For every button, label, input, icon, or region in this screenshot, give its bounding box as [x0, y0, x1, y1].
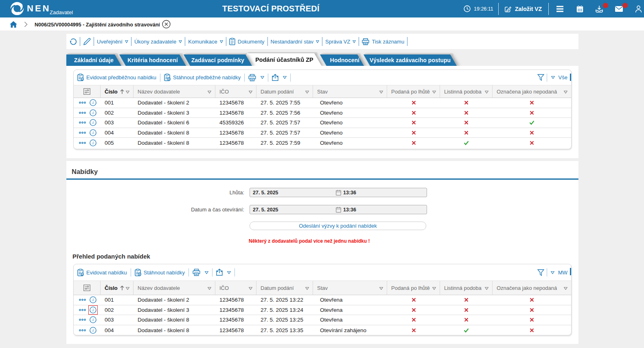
svg-text:i: i — [92, 307, 94, 312]
svg-text:i: i — [92, 298, 94, 302]
svg-text:i: i — [92, 141, 94, 146]
svg-text:i: i — [92, 328, 94, 333]
svg-text:i: i — [92, 130, 94, 135]
svg-text:i: i — [92, 100, 94, 105]
svg-text:i: i — [92, 318, 94, 322]
svg-text:i: i — [92, 110, 94, 115]
svg-text:i: i — [92, 120, 94, 125]
